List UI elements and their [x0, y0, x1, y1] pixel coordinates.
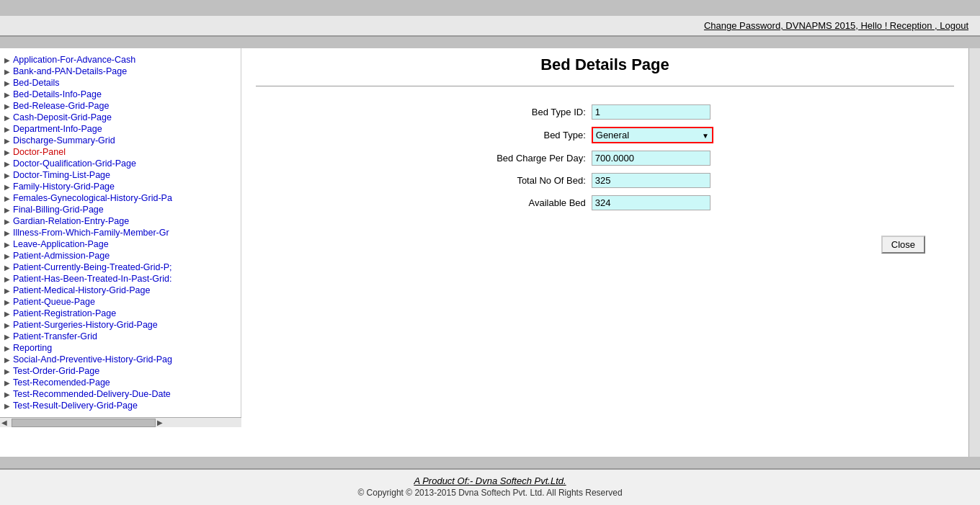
sidebar-item[interactable]: ▶Test-Result-Delivery-Grid-Page — [0, 400, 241, 411]
sidebar-item[interactable]: ▶Patient-Registration-Page — [0, 308, 241, 319]
sidebar-item-label: Bed-Release-Grid-Page — [13, 101, 109, 111]
sidebar-arrow-icon: ▶ — [4, 252, 10, 260]
sidebar-item-label: Cash-Deposit-Grid-Page — [13, 112, 112, 122]
scroll-right-arrow[interactable]: ▶ — [157, 419, 163, 426]
sidebar-item[interactable]: ▶Bed-Details-Info-Page — [0, 89, 241, 100]
close-button-area: Close — [256, 236, 954, 254]
bed-type-select-wrapper: GeneralICUPrivateSemi-Private — [592, 127, 713, 143]
sidebar-item[interactable]: ▶Reporting — [0, 342, 241, 354]
sidebar-arrow-icon: ▶ — [4, 91, 10, 99]
close-button[interactable]: Close — [881, 236, 925, 254]
sidebar-arrow-icon: ▶ — [4, 379, 10, 387]
sidebar-item-label: Leave-Application-Page — [13, 239, 109, 249]
sidebar-arrow-icon: ▶ — [4, 195, 10, 202]
scrollbar-thumb[interactable] — [12, 419, 156, 427]
sidebar-item[interactable]: ▶Test-Order-Grid-Page — [0, 365, 241, 377]
sidebar-arrow-icon: ▶ — [4, 356, 10, 364]
bed-type-label: Bed Type: — [494, 123, 589, 147]
sidebar-arrow-icon: ▶ — [4, 241, 10, 249]
sidebar-item-label: Test-Recomended-Page — [13, 377, 110, 388]
sidebar-item-label: Test-Order-Grid-Page — [13, 366, 99, 376]
sidebar-arrow-icon: ▶ — [4, 171, 10, 179]
sidebar-scrollbar[interactable]: ◀ ▶ — [0, 417, 241, 427]
sidebar-item-label: Patient-Transfer-Grid — [13, 331, 97, 341]
total-no-label: Total No Of Bed: — [494, 169, 589, 192]
sidebar-arrow-icon: ▶ — [4, 206, 10, 214]
sidebar-arrow-icon: ▶ — [4, 264, 10, 272]
sidebar-arrow-icon: ▶ — [4, 218, 10, 225]
sidebar-item[interactable]: ▶Doctor-Panel — [0, 146, 241, 158]
sidebar-item-label: Family-History-Grid-Page — [13, 182, 115, 192]
sidebar-item-label: Bed-Details — [13, 78, 60, 88]
sidebar-item-label: Patient-Registration-Page — [13, 308, 116, 318]
sidebar-arrow-icon: ▶ — [4, 160, 10, 168]
sidebar-item[interactable]: ▶Patient-Transfer-Grid — [0, 331, 241, 342]
sidebar-item-label: Patient-Admission-Page — [13, 251, 110, 261]
total-no-input[interactable] — [592, 173, 710, 188]
sidebar-item[interactable]: ▶Application-For-Advance-Cash — [0, 54, 241, 66]
sidebar-item[interactable]: ▶Females-Gynecological-History-Grid-Pa — [0, 192, 241, 204]
sidebar-item-label: Discharge-Summary-Grid — [13, 135, 115, 146]
sidebar-item[interactable]: ▶Patient-Queue-Page — [0, 296, 241, 308]
sidebar-item-label: Reporting — [13, 343, 52, 353]
sidebar: ▶Application-For-Advance-Cash▶Bank-and-P… — [0, 48, 241, 457]
available-bed-input[interactable] — [592, 195, 710, 210]
sidebar-item-label: Bank-and-PAN-Details-Page — [13, 66, 127, 76]
right-scrollbar[interactable] — [968, 48, 980, 457]
sidebar-item[interactable]: ▶Family-History-Grid-Page — [0, 181, 241, 192]
sidebar-item[interactable]: ▶Test-Recommended-Delivery-Due-Date — [0, 388, 241, 400]
sidebar-arrow-icon: ▶ — [4, 183, 10, 191]
bed-type-id-input[interactable] — [592, 104, 710, 120]
sidebar-arrow-icon: ▶ — [4, 114, 10, 122]
bed-charge-input[interactable] — [592, 151, 710, 166]
sidebar-arrow-icon: ▶ — [4, 137, 10, 145]
sidebar-item[interactable]: ▶Patient-Has-Been-Treated-In-Past-Grid: — [0, 273, 241, 285]
sidebar-item[interactable]: ▶Bed-Details — [0, 77, 241, 89]
content-area: Bed Details Page Bed Type ID: Bed Type: … — [241, 48, 968, 457]
sidebar-arrow-icon: ▶ — [4, 79, 10, 87]
sidebar-item[interactable]: ▶Discharge-Summary-Grid — [0, 135, 241, 146]
footer-content: A Product Of:- Dvna Softech Pvt.Ltd. © C… — [0, 468, 980, 505]
sidebar-arrow-icon: ▶ — [4, 333, 10, 341]
sidebar-item-label: Females-Gynecological-History-Grid-Pa — [13, 193, 172, 203]
top-bar — [0, 0, 980, 16]
sidebar-arrow-icon: ▶ — [4, 321, 10, 329]
sidebar-item[interactable]: ▶Bed-Release-Grid-Page — [0, 100, 241, 112]
sidebar-arrow-icon: ▶ — [4, 367, 10, 375]
sidebar-item[interactable]: ▶Cash-Deposit-Grid-Page — [0, 112, 241, 123]
sidebar-arrow-icon: ▶ — [4, 68, 10, 76]
bed-charge-cell — [589, 147, 716, 169]
sidebar-item-label: Doctor-Timing-List-Page — [13, 170, 110, 180]
sidebar-item[interactable]: ▶Patient-Surgeries-History-Grid-Page — [0, 319, 241, 331]
sidebar-arrow-icon: ▶ — [4, 229, 10, 237]
sidebar-item[interactable]: ▶Bank-and-PAN-Details-Page — [0, 66, 241, 77]
sidebar-arrow-icon: ▶ — [4, 310, 10, 318]
sidebar-item-label: Patient-Has-Been-Treated-In-Past-Grid: — [13, 274, 172, 284]
sidebar-item[interactable]: ▶Illness-From-Which-Family-Member-Gr — [0, 227, 241, 238]
sidebar-item[interactable]: ▶Patient-Medical-History-Grid-Page — [0, 285, 241, 296]
sidebar-item[interactable]: ▶Department-Info-Page — [0, 123, 241, 135]
header-links-text[interactable]: Change Password, DVNAPMS 2015, Hello ! R… — [704, 20, 968, 31]
bed-type-select[interactable]: GeneralICUPrivateSemi-Private — [593, 128, 712, 142]
sidebar-item-label: Patient-Medical-History-Grid-Page — [13, 285, 150, 295]
footer-product: A Product Of:- Dvna Softech Pvt.Ltd. — [0, 475, 980, 486]
sidebar-item[interactable]: ▶Doctor-Qualification-Grid-Page — [0, 158, 241, 169]
sidebar-arrow-icon: ▶ — [4, 344, 10, 352]
sidebar-arrow-icon: ▶ — [4, 125, 10, 133]
bed-type-id-label: Bed Type ID: — [494, 101, 589, 123]
sidebar-item-label: Application-For-Advance-Cash — [13, 55, 135, 65]
sidebar-item[interactable]: ▶Doctor-Timing-List-Page — [0, 169, 241, 181]
sidebar-item[interactable]: ▶Patient-Admission-Page — [0, 250, 241, 262]
sidebar-item[interactable]: ▶Test-Recomended-Page — [0, 377, 241, 388]
sidebar-item[interactable]: ▶Patient-Currently-Being-Treated-Grid-P; — [0, 262, 241, 273]
sidebar-item-label: Patient-Surgeries-History-Grid-Page — [13, 320, 158, 330]
sidebar-item-label: Test-Result-Delivery-Grid-Page — [13, 401, 138, 411]
sidebar-item[interactable]: ▶Final-Billing-Grid-Page — [0, 204, 241, 215]
sidebar-item[interactable]: ▶Gardian-Relation-Entry-Page — [0, 215, 241, 227]
sidebar-item[interactable]: ▶Social-And-Preventive-History-Grid-Pag — [0, 354, 241, 365]
sidebar-item-label: Final-Billing-Grid-Page — [13, 205, 104, 215]
scroll-left-arrow[interactable]: ◀ — [1, 419, 7, 426]
available-bed-cell — [589, 192, 716, 214]
footer-bar — [0, 457, 980, 468]
sidebar-item[interactable]: ▶Leave-Application-Page — [0, 238, 241, 250]
